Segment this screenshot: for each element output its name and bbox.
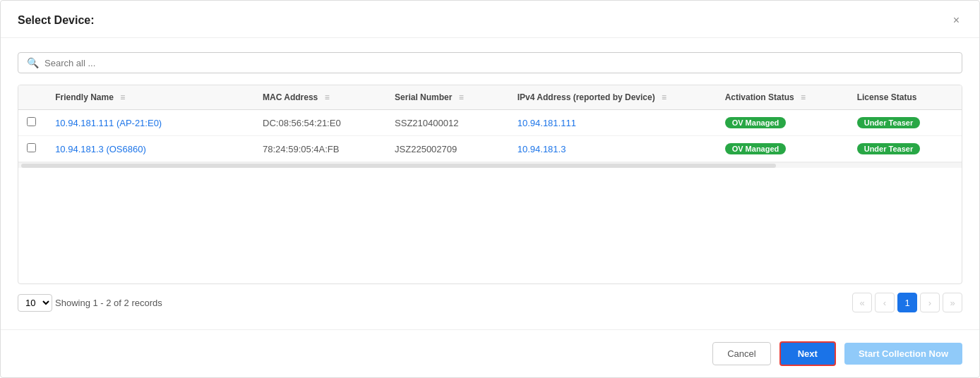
license-badge: Under Teaser [857, 143, 921, 154]
dialog-title: Select Device: [18, 14, 95, 27]
page-size-dropdown[interactable]: 10 25 50 [18, 294, 52, 312]
col-menu-mac[interactable]: ≡ [325, 92, 330, 102]
cell-friendly-name: 10.94.181.111 (AP-21:E0) [47, 110, 254, 136]
showing-text: Showing 1 - 2 of 2 records [55, 298, 162, 308]
dialog-header: Select Device: × [1, 1, 979, 38]
select-device-dialog: Select Device: × 🔍 Friendly Name ≡ [0, 0, 980, 378]
device-link[interactable]: 10.94.181.3 (OS6860) [55, 144, 146, 154]
col-header-serial: Serial Number ≡ [386, 85, 509, 110]
row-checkbox-cell [18, 136, 47, 162]
select-all-header [18, 85, 47, 110]
device-table: Friendly Name ≡ MAC Address ≡ Serial Num… [18, 85, 962, 162]
cell-mac-address: DC:08:56:54:21:E0 [254, 110, 386, 136]
col-header-activation: Activation Status ≡ [717, 85, 849, 110]
table-row: 10.94.181.111 (AP-21:E0) DC:08:56:54:21:… [18, 110, 962, 136]
search-input-wrapper: 🔍 [18, 52, 962, 73]
device-table-wrapper: Friendly Name ≡ MAC Address ≡ Serial Num… [18, 85, 962, 284]
activation-badge: OV Managed [725, 117, 787, 128]
last-page-button[interactable]: » [943, 293, 962, 312]
table-row: 10.94.181.3 (OS6860) 78:24:59:05:4A:FB J… [18, 136, 962, 162]
search-container: 🔍 [18, 52, 962, 73]
table-header-row: Friendly Name ≡ MAC Address ≡ Serial Num… [18, 85, 962, 110]
cell-activation-status: OV Managed [717, 110, 849, 136]
col-header-mac: MAC Address ≡ [254, 85, 386, 110]
cell-license-status: Under Teaser [849, 110, 962, 136]
cell-ipv4: 10.94.181.3 [509, 136, 717, 162]
prev-page-button[interactable]: ‹ [875, 293, 895, 312]
scrollbar-track [21, 164, 776, 168]
search-icon: 🔍 [27, 57, 39, 68]
row-checkbox-cell [18, 110, 47, 136]
scrollbar[interactable] [18, 162, 962, 168]
col-menu-activation[interactable]: ≡ [801, 92, 806, 102]
col-menu-ipv4[interactable]: ≡ [662, 92, 667, 102]
cell-serial-number: SSZ210400012 [386, 110, 509, 136]
first-page-button[interactable]: « [852, 293, 872, 312]
ip-link[interactable]: 10.94.181.3 [518, 144, 566, 154]
next-button[interactable]: Next [779, 341, 836, 366]
page-size-select: 10 25 50 Showing 1 - 2 of 2 records [18, 294, 162, 312]
col-header-friendly-name: Friendly Name ≡ [47, 85, 254, 110]
cell-ipv4: 10.94.181.111 [509, 110, 717, 136]
search-input[interactable] [44, 58, 953, 68]
cell-serial-number: JSZ225002709 [386, 136, 509, 162]
row-checkbox[interactable] [27, 143, 36, 152]
next-page-button[interactable]: › [920, 293, 940, 312]
table-body: 10.94.181.111 (AP-21:E0) DC:08:56:54:21:… [18, 110, 962, 162]
cell-friendly-name: 10.94.181.3 (OS6860) [47, 136, 254, 162]
row-checkbox[interactable] [27, 117, 36, 126]
dialog-body: 🔍 Friendly Name ≡ MAC Address ≡ [1, 38, 979, 329]
license-badge: Under Teaser [857, 117, 921, 128]
start-collection-button[interactable]: Start Collection Now [844, 343, 962, 365]
col-menu-serial[interactable]: ≡ [459, 92, 464, 102]
col-header-license: License Status [849, 85, 962, 110]
page-nav: « ‹ 1 › » [852, 293, 962, 312]
cell-license-status: Under Teaser [849, 136, 962, 162]
col-menu-friendly[interactable]: ≡ [120, 92, 125, 102]
device-link[interactable]: 10.94.181.111 (AP-21:E0) [55, 118, 162, 128]
cell-mac-address: 78:24:59:05:4A:FB [254, 136, 386, 162]
ip-link[interactable]: 10.94.181.111 [518, 118, 576, 128]
dialog-footer: Cancel Next Start Collection Now [1, 329, 979, 377]
cell-activation-status: OV Managed [717, 136, 849, 162]
activation-badge: OV Managed [725, 143, 787, 154]
pagination-bar: 10 25 50 Showing 1 - 2 of 2 records « ‹ … [18, 284, 962, 315]
col-header-ipv4: IPv4 Address (reported by Device) ≡ [509, 85, 717, 110]
page-1-button[interactable]: 1 [897, 293, 917, 312]
cancel-button[interactable]: Cancel [712, 342, 770, 365]
close-button[interactable]: × [950, 12, 962, 29]
